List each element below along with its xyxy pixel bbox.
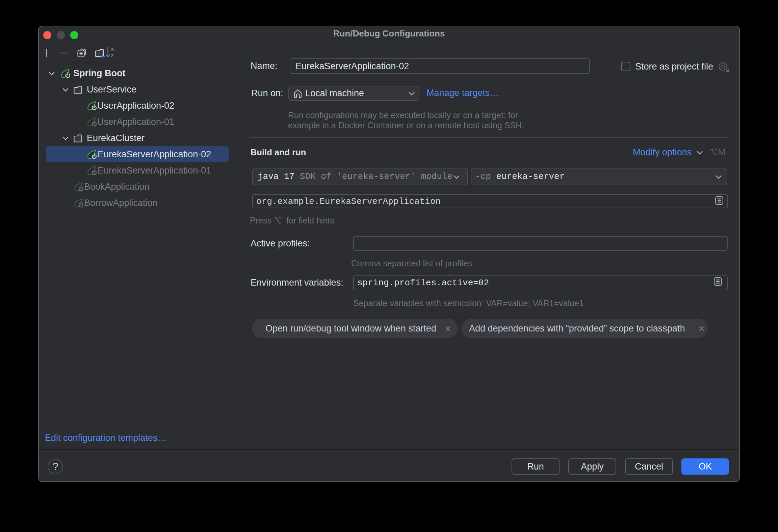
svg-text:z: z — [111, 52, 114, 59]
svg-text:a: a — [111, 46, 114, 53]
